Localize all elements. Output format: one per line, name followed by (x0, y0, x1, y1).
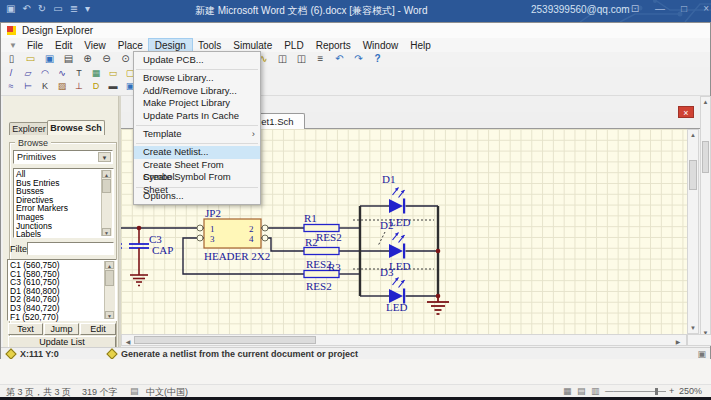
filter-input[interactable] (27, 242, 114, 255)
customize-quick-access-icon[interactable]: ▾ (85, 3, 90, 14)
menu-reports[interactable]: Reports (310, 39, 357, 52)
r1-ref-label[interactable]: R1 (304, 212, 317, 224)
chevron-down-icon[interactable]: ▼ (98, 152, 111, 162)
redo-icon[interactable]: ↻ (38, 3, 46, 14)
r3-type-label[interactable]: RES2 (306, 280, 332, 292)
list-item[interactable]: F1 (520,770) (10, 313, 114, 322)
schematic-vertical-scrollbar[interactable]: ▲ ▼ (687, 129, 699, 334)
schematic-horizontal-scrollbar[interactable]: ◀ ▶ (121, 334, 687, 346)
primitives-list[interactable]: All Bus Entries Busses Directives Error … (13, 168, 114, 238)
netlist-b-icon[interactable]: ◫ (295, 53, 308, 64)
line-tool-icon[interactable]: / (5, 68, 17, 78)
word-account-name[interactable]: 2539399560@qq.com (531, 4, 630, 15)
save-icon[interactable]: ▣ (6, 3, 15, 14)
netlist-a-icon[interactable]: ◫ (276, 53, 289, 64)
ribbon-options-icon[interactable]: ⊡ (631, 3, 639, 14)
scroll-up-icon[interactable]: ▲ (701, 99, 710, 105)
print-icon[interactable]: ▤ (62, 53, 75, 64)
menu-item-update-parts-in-cache[interactable]: Update Parts In Cache (134, 110, 260, 122)
menu-pld[interactable]: PLD (278, 39, 309, 52)
objects-list-scrollbar[interactable]: ▲ ▼ (104, 261, 115, 319)
wire-tool-icon[interactable]: ≈ (5, 81, 17, 91)
menu-help[interactable]: Help (404, 39, 437, 52)
help-icon[interactable]: ? (371, 53, 384, 64)
scrollbar-thumb[interactable] (689, 160, 697, 190)
menu-item-create-symbol-from-sheet[interactable]: Create Symbol From Sheet (134, 171, 260, 183)
scroll-down-icon[interactable]: ▼ (105, 311, 114, 319)
document-system-icon[interactable]: ▼ (9, 41, 17, 50)
polygon-tool-icon[interactable]: ▱ (22, 68, 34, 78)
redo-icon[interactable]: ↷ (352, 53, 365, 64)
power-port-tool-icon[interactable]: ⊥ (73, 81, 85, 91)
read-mode-icon[interactable]: ▦ (563, 386, 572, 396)
window-vertical-scrollbar[interactable]: ▲ ▼ (700, 96, 711, 339)
menu-item-create-netlist[interactable]: Create Netlist... (134, 146, 260, 158)
bezier-tool-icon[interactable]: ∿ (56, 68, 68, 78)
zoom-in-icon[interactable]: ⊕ (81, 53, 94, 64)
scroll-right-icon[interactable]: ▶ (674, 338, 682, 345)
menu-item-create-sheet-from-symbol[interactable]: Create Sheet From Symbol (134, 159, 260, 171)
scrollbar-thumb[interactable] (105, 270, 114, 286)
r1-type-label[interactable]: RES2 (316, 231, 342, 243)
jp2-type-label[interactable]: HEADER 2X2 (204, 250, 270, 262)
touch-mode-icon[interactable]: ▭ (53, 3, 62, 14)
edit-button[interactable]: Edit (80, 323, 116, 335)
undo-icon[interactable]: ↶ (333, 53, 346, 64)
text-button[interactable]: Text (8, 323, 43, 335)
scrollbar-thumb[interactable] (702, 141, 709, 173)
print-layout-icon[interactable]: ▤ (577, 386, 586, 396)
minimize-icon[interactable]: — (655, 3, 665, 14)
save-icon[interactable]: ▣ (43, 53, 56, 64)
open-document-icon[interactable]: ▭ (24, 53, 37, 64)
r3-ref-label[interactable]: R3 (328, 261, 341, 273)
r2-ref-label[interactable]: R2 (305, 236, 318, 248)
junction-tool-icon[interactable]: ▬ (107, 81, 119, 91)
d3-ref-label[interactable]: D3 (380, 266, 394, 278)
close-icon[interactable]: × (703, 3, 709, 14)
scroll-up-icon[interactable]: ▲ (688, 132, 698, 138)
zoom-in-icon[interactable]: + (669, 386, 674, 396)
zoom-level[interactable]: 250% (679, 386, 702, 396)
menu-design[interactable]: Design (149, 39, 192, 52)
clipped-capacitor[interactable]: P (121, 243, 122, 255)
scrollbar-thumb[interactable] (134, 336, 316, 344)
menu-window[interactable]: Window (357, 39, 405, 52)
d1-ref-label[interactable]: D1 (382, 173, 395, 185)
filled-rect-tool-icon[interactable]: ▦ (90, 68, 102, 78)
proofing-icon[interactable]: ▤ (130, 386, 139, 396)
jp2-ref-label[interactable]: JP2 (205, 207, 221, 219)
connector-jp2[interactable]: 1 2 3 4 JP2 HEADER 2X2 (197, 207, 270, 262)
scrollbar-thumb[interactable] (102, 179, 111, 193)
menu-item-update-pcb[interactable]: Update PCB... (134, 54, 260, 66)
capacitor-c3[interactable]: C3 CAP (129, 228, 173, 286)
new-sheet-icon[interactable]: ▯ (5, 53, 18, 64)
scroll-down-icon[interactable]: ▼ (102, 228, 111, 236)
zoom-document-icon[interactable]: ⊙ (119, 53, 132, 64)
net-label-tool-icon[interactable]: ▨ (56, 81, 68, 91)
menu-item-template[interactable]: Template › (134, 128, 260, 140)
menu-item-add-remove-library[interactable]: Add/Remove Library... (134, 85, 260, 97)
scroll-down-icon[interactable]: ▼ (688, 325, 698, 331)
part-tool-icon[interactable]: K (39, 81, 51, 91)
status-help-icon[interactable]: ▣ (697, 349, 706, 359)
led-d3[interactable]: D3 LED (380, 266, 407, 313)
text-tool-icon[interactable]: T (73, 68, 85, 78)
arc-tool-icon[interactable]: ◠ (39, 68, 51, 78)
report-list-icon[interactable]: ≡ (314, 53, 327, 64)
tab-explorer[interactable]: Explorer (9, 122, 49, 135)
menu-item-browse-library[interactable]: Browse Library... (134, 72, 260, 84)
rect-tool-icon[interactable]: ▭ (107, 68, 119, 78)
menu-place[interactable]: Place (112, 39, 149, 52)
scroll-up-icon[interactable]: ▲ (105, 261, 114, 269)
scroll-left-icon[interactable]: ◀ (124, 338, 132, 345)
primitives-list-scrollbar[interactable]: ▲ ▼ (101, 170, 112, 236)
menu-tools[interactable]: Tools (192, 39, 227, 52)
primitives-dropdown[interactable]: Primitives ▼ (13, 150, 113, 164)
d3-type-label[interactable]: LED (386, 301, 407, 313)
menu-simulate[interactable]: Simulate (227, 39, 278, 52)
menu-item-make-project-library[interactable]: Make Project Library (134, 97, 260, 109)
d2-ref-label[interactable]: D2 (380, 219, 393, 231)
de-titlebar[interactable]: Design Explorer (1, 23, 710, 39)
bus-entry-tool-icon[interactable]: ⊢ (22, 81, 34, 91)
menu-item-options[interactable]: Options... (134, 190, 260, 202)
